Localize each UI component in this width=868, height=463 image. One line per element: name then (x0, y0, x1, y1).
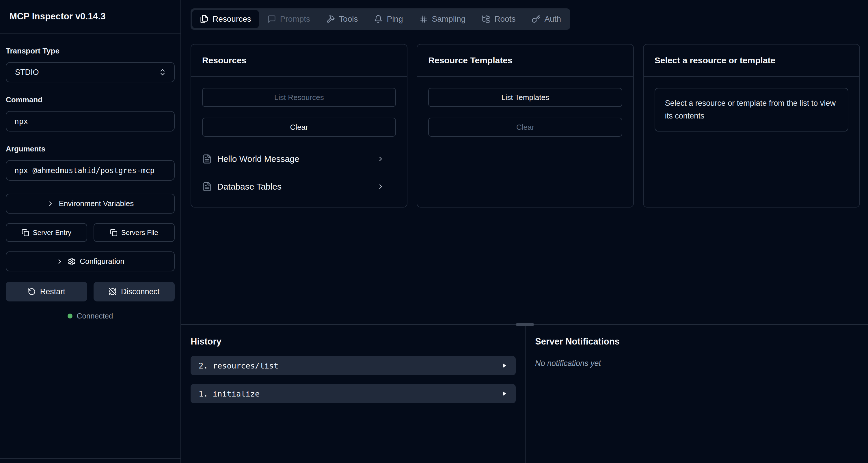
resource-detail-panel: Select a resource or template Select a r… (643, 44, 860, 207)
copy-icon (22, 229, 29, 236)
resource-item-label: Database Tables (217, 182, 372, 192)
chevron-right-icon (56, 258, 64, 265)
files-icon (200, 15, 209, 23)
connection-status: Connected (6, 312, 175, 320)
resources-panel-body: List Resources Clear Hello World Message (191, 77, 407, 206)
resource-templates-panel-header: Resource Templates (417, 45, 633, 77)
resource-templates-panel-body: List Templates Clear (417, 77, 633, 148)
resources-panel-title: Resources (202, 56, 246, 65)
expand-arrow-icon (501, 390, 508, 397)
sidebar-content: Transport Type STDIO Command Arguments E… (0, 33, 181, 320)
tab-sampling[interactable]: Sampling (412, 10, 473, 28)
environment-variables-label: Environment Variables (59, 199, 134, 208)
resources-panel-header: Resources (191, 45, 407, 77)
chevron-right-icon (377, 183, 384, 191)
disconnect-label: Disconnect (121, 287, 160, 296)
tab-roots-label: Roots (494, 15, 516, 24)
status-dot-icon (68, 314, 72, 318)
history-pane: History 2. resources/list 1. initialize (181, 325, 525, 463)
refresh-off-icon (108, 288, 117, 296)
file-text-icon (202, 154, 212, 164)
copy-icon (110, 229, 118, 236)
configuration-button[interactable]: Configuration (6, 252, 175, 271)
main-area: Resources Prompts Tools Ping (181, 0, 868, 463)
resource-templates-panel-title: Resource Templates (428, 56, 512, 65)
history-list: 2. resources/list 1. initialize (191, 356, 516, 403)
configuration-label: Configuration (80, 257, 124, 266)
transport-select[interactable]: STDIO (6, 62, 175, 82)
clear-resources-button[interactable]: Clear (202, 118, 396, 137)
bottom-section: History 2. resources/list 1. initialize (181, 325, 868, 463)
main-top: Resources Prompts Tools Ping (181, 0, 868, 324)
list-resources-button[interactable]: List Resources (202, 88, 396, 107)
history-row-label: 2. resources/list (199, 361, 278, 370)
hash-icon (419, 15, 428, 23)
panels-row: Resources List Resources Clear Hello Wor… (191, 44, 860, 207)
servers-file-button[interactable]: Servers File (94, 223, 175, 242)
resource-detail-panel-title: Select a resource or template (655, 56, 776, 65)
resource-item-label: Hello World Message (217, 154, 372, 164)
tab-tools-label: Tools (339, 15, 358, 24)
environment-variables-button[interactable]: Environment Variables (6, 194, 175, 213)
app-title: MCP Inspector v0.14.3 (9, 11, 106, 22)
expand-arrow-icon (501, 362, 508, 369)
chevron-right-icon (47, 200, 54, 207)
restart-button[interactable]: Restart (6, 282, 87, 301)
tab-sampling-label: Sampling (432, 15, 466, 24)
file-text-icon (202, 182, 212, 192)
sidebar: MCP Inspector v0.14.3 Transport Type STD… (0, 0, 181, 463)
horizontal-split-divider (181, 324, 868, 325)
status-label: Connected (77, 312, 113, 320)
command-label: Command (6, 95, 175, 104)
tab-resources-label: Resources (213, 15, 251, 24)
history-row-label: 1. initialize (199, 389, 259, 398)
history-row-resources-list[interactable]: 2. resources/list (191, 356, 516, 375)
arguments-input[interactable] (6, 160, 175, 181)
resources-panel: Resources List Resources Clear Hello Wor… (191, 44, 407, 207)
tab-bar: Resources Prompts Tools Ping (191, 8, 570, 30)
sidebar-header: MCP Inspector v0.14.3 (0, 0, 181, 33)
history-title: History (191, 337, 516, 347)
resource-detail-panel-body: Select a resource or template from the l… (644, 77, 859, 143)
resource-item-hello-world[interactable]: Hello World Message (202, 151, 396, 167)
command-input[interactable] (6, 111, 175, 132)
tab-ping[interactable]: Ping (366, 10, 410, 28)
tab-tools[interactable]: Tools (319, 10, 365, 28)
split-drag-handle[interactable] (516, 323, 534, 326)
tab-auth-label: Auth (544, 15, 561, 24)
resource-item-database-tables[interactable]: Database Tables (202, 178, 396, 195)
history-row-initialize[interactable]: 1. initialize (191, 384, 516, 403)
gear-icon (68, 258, 76, 266)
arguments-label: Arguments (6, 145, 175, 153)
tab-prompts-label: Prompts (280, 15, 310, 24)
disconnect-button[interactable]: Disconnect (94, 282, 175, 301)
transport-select-value: STDIO (15, 68, 39, 77)
tab-ping-label: Ping (386, 15, 403, 24)
chevron-right-icon (377, 155, 384, 163)
resource-detail-panel-header: Select a resource or template (644, 45, 859, 77)
server-entry-button[interactable]: Server Entry (6, 223, 87, 242)
rotate-ccw-icon (28, 288, 36, 296)
chevrons-up-down-icon (158, 68, 166, 76)
server-notifications-pane: Server Notifications No notifications ye… (526, 325, 868, 463)
clear-templates-button[interactable]: Clear (428, 118, 622, 137)
restart-label: Restart (40, 287, 65, 296)
tab-roots[interactable]: Roots (474, 10, 523, 28)
tab-resources[interactable]: Resources (192, 10, 259, 28)
message-square-icon (268, 15, 276, 23)
tab-prompts[interactable]: Prompts (260, 10, 318, 28)
transport-type-label: Transport Type (6, 47, 175, 56)
resource-detail-placeholder: Select a resource or template from the l… (655, 88, 848, 132)
server-notifications-title: Server Notifications (535, 337, 859, 347)
folder-tree-icon (482, 15, 490, 23)
resource-templates-panel: Resource Templates List Templates Clear (417, 44, 633, 207)
key-icon (532, 15, 540, 23)
tab-auth[interactable]: Auth (524, 10, 568, 28)
connection-actions-row: Restart Disconnect (6, 282, 175, 301)
server-entry-label: Server Entry (33, 229, 71, 237)
bell-icon (374, 15, 382, 23)
copy-buttons-row: Server Entry Servers File (6, 223, 175, 242)
list-templates-button[interactable]: List Templates (428, 88, 622, 107)
sidebar-footer-divider (0, 458, 181, 459)
servers-file-label: Servers File (121, 229, 158, 237)
